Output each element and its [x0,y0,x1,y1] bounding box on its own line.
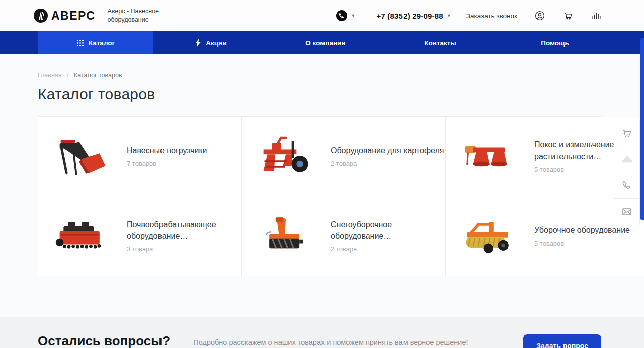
breadcrumb-home[interactable]: Главная [38,72,62,79]
cart-icon[interactable] [562,10,574,21]
whatsapp-icon [336,10,348,22]
nav-item-contacts[interactable]: Контакты [383,31,498,54]
phone-menu[interactable]: +7 (8352) 29-09-88 ▼ [376,12,451,20]
chevron-down-icon: ▼ [447,13,451,18]
rail-compare-button[interactable] [614,146,639,172]
rotary-mower-image [460,131,521,182]
compare-stats-icon[interactable] [591,10,602,21]
breadcrumb-separator: / [67,72,68,79]
category-title: Навесные погрузчики [127,145,242,156]
rail-cart-button[interactable] [614,120,639,146]
logo[interactable]: АВЕРС [33,8,95,23]
order-call-link[interactable]: Заказать звонок [466,12,517,20]
main-nav: Каталог Акции О компании Контакты Помощь [0,31,644,54]
loader-image [52,131,114,182]
category-card-loaders[interactable]: Навесные погрузчики 7 товаров [38,117,242,196]
potato-digger-image [256,131,317,182]
nav-label-about: О компании [305,39,345,47]
footer-cta: Остались вопросы? Подробно расскажем о н… [0,317,644,348]
category-count: 2 товара [331,160,445,167]
snow-blower-image [256,211,317,261]
nav-label-catalog: Каталог [89,39,115,47]
category-title: Оборудование для картофеля [331,145,445,156]
phone-number: +7 (8352) 29-09-88 [376,12,443,20]
header-actions: ▼ +7 (8352) 29-09-88 ▼ Заказать звонок [336,10,602,22]
category-title: Снегоуборочное оборудование… [331,219,445,242]
page: АВЕРС Аверс - Навесное оборудование ▼ +7… [0,0,644,348]
category-count: 3 товара [127,245,242,253]
grid-icon [76,39,84,47]
rail-mail-button[interactable] [614,199,639,225]
site-header: АВЕРС Аверс - Навесное оборудование ▼ +7… [0,0,644,31]
nav-item-catalog[interactable]: Каталог [38,31,153,54]
breadcrumb: Главная / Каталог товаров [38,72,644,79]
category-card-snow[interactable]: Снегоуборочное оборудование… 2 товара [242,196,446,276]
main-content: Главная / Каталог товаров Каталог товаро… [0,72,644,276]
nav-item-help[interactable]: Помощь [498,31,612,54]
nav-label-contacts: Контакты [424,39,456,47]
quick-actions-rail [614,120,640,225]
mail-icon [621,206,633,218]
logo-text: АВЕРС [51,9,95,23]
category-grid: Навесные погрузчики 7 товаров [38,116,601,276]
flail-mower-image [52,211,114,261]
category-count: 5 товаров [534,240,644,247]
cta-heading: Остались вопросы? [38,333,170,348]
cart-icon [621,127,633,139]
logo-icon [33,8,48,23]
nav-item-about[interactable]: О компании [268,31,383,54]
scrollbar-thumb[interactable] [640,38,644,220]
category-title: Почвообрабатывающее оборудование… [127,219,242,242]
breadcrumb-current: Каталог товаров [74,72,122,79]
site-tagline: Аверс - Навесное оборудование [107,7,173,25]
whatsapp-menu[interactable]: ▼ [336,10,356,22]
category-card-potato[interactable]: Оборудование для картофеля 2 товара [242,117,446,196]
phone-icon [621,180,633,192]
lightning-icon [195,39,201,47]
cta-text: Подробно расскажем о наших товарах и пом… [193,338,513,346]
compare-stats-icon [621,153,633,165]
nav-label-help: Помощь [541,39,569,47]
category-card-soil[interactable]: Почвообрабатывающее оборудование… 3 това… [38,196,242,276]
sweeper-image [460,211,521,261]
page-title: Каталог товаров [38,85,644,103]
chevron-down-icon: ▼ [351,13,356,18]
category-count: 2 товара [331,245,445,253]
account-icon[interactable] [534,10,545,21]
category-count: 7 товаров [127,160,242,167]
rail-phone-button[interactable] [614,172,639,199]
ask-question-button[interactable]: Задать вопрос [523,334,601,348]
nav-label-promos: Акции [206,39,226,47]
category-title: Уборочное оборудование [534,224,644,236]
nav-item-promos[interactable]: Акции [153,31,268,54]
